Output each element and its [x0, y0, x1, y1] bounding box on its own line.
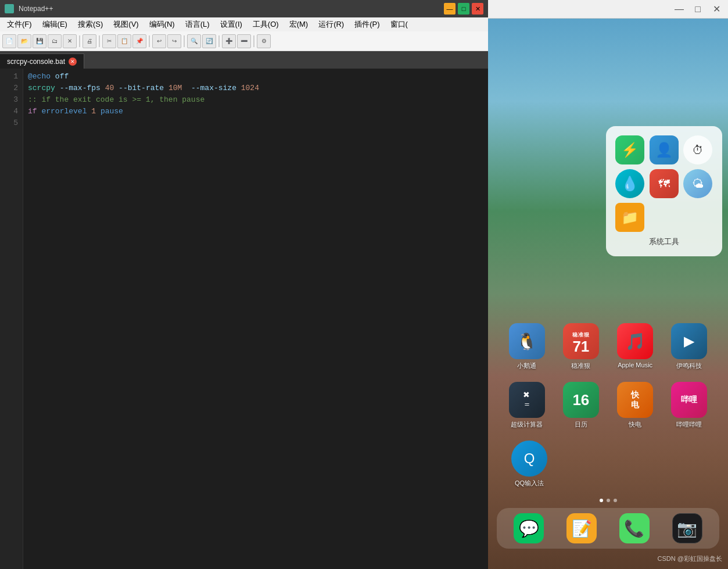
new-button[interactable]: 📄	[2, 34, 16, 48]
line-num-3: 3	[0, 94, 18, 106]
minimize-button[interactable]: —	[444, 3, 456, 15]
menu-plugins[interactable]: 插件(P)	[350, 18, 384, 31]
app-name-calendar-71: 稳准狠	[571, 362, 590, 370]
page-dots	[488, 499, 728, 502]
app-icon-bilibili: 哔哩	[671, 382, 707, 418]
save-all-button[interactable]: 🗂	[48, 34, 62, 48]
app-qq-input[interactable]: Q QQ输入法	[511, 441, 547, 488]
app-icon-qq-input: Q	[511, 441, 547, 477]
separator-5	[218, 35, 220, 47]
find-button[interactable]: 🔍	[187, 34, 201, 48]
phone-close-button[interactable]: ✕	[709, 2, 723, 16]
redo-button[interactable]: ↪	[167, 34, 181, 48]
folder-label: 系统工具	[615, 237, 713, 247]
phone-minimize-button[interactable]: —	[672, 2, 686, 16]
menu-run[interactable]: 运行(R)	[314, 18, 349, 31]
save-button[interactable]: 💾	[33, 34, 46, 48]
menu-file[interactable]: 文件(F)	[2, 18, 37, 31]
app-icon-cal16: 16	[563, 382, 599, 418]
line-num-1: 1	[0, 71, 18, 83]
app-bilibili[interactable]: 哔哩 哔哩哔哩	[671, 382, 707, 429]
menu-macro[interactable]: 宏(M)	[285, 18, 313, 31]
close-tab-button[interactable]: ✕	[63, 34, 77, 48]
app-name-calculator: 超级计算器	[511, 420, 543, 429]
editor-window: Notepad++ — □ ✕ 文件(F) 编辑(E) 搜索(S) 视图(V) …	[0, 0, 488, 569]
title-text: Notepad++	[19, 5, 439, 13]
separator-6	[253, 35, 254, 47]
maximize-button[interactable]: □	[458, 3, 469, 15]
tab-close-button[interactable]: ✕	[69, 58, 77, 66]
copy-button[interactable]: 📋	[117, 34, 131, 48]
line-numbers: 1 2 3 4 5	[0, 69, 23, 569]
watermark: CSDN @彩虹国操盘长	[658, 554, 722, 563]
phone-screen: — □ ✕ 10:31 | 28.5K/s ⏰ 🔔 📶 📡 38% ⚡ 👤	[488, 0, 728, 569]
app-icon-calculator: ✖＝	[509, 382, 545, 418]
find-replace-button[interactable]: 🔄	[202, 34, 216, 48]
undo-button[interactable]: ↩	[152, 34, 166, 48]
title-bar: Notepad++ — □ ✕	[0, 0, 488, 17]
app-folder-popup: ⚡ 👤 ⏱ 💧 🗺 🌤 📁 系统工具	[606, 126, 722, 256]
app-xiaopeng[interactable]: 🐧 小鹅通	[509, 323, 545, 370]
menu-window[interactable]: 窗口(	[386, 18, 413, 31]
app-calendar-71[interactable]: 稳准狠 71 稳准狠	[563, 323, 599, 370]
print-button[interactable]: 🖨	[83, 34, 96, 48]
app-name-kuaidian: 快电	[629, 420, 641, 429]
app-cal16[interactable]: 16 日历	[563, 382, 599, 429]
zoom-in-button[interactable]: ➕	[222, 34, 236, 48]
app-icon-calendar-71: 稳准狠 71	[563, 323, 599, 359]
folder-icon-maps[interactable]: 🗺	[650, 169, 679, 198]
tab-label: scrcpy-console.bat	[7, 58, 65, 66]
separator-3	[149, 35, 150, 47]
page-dot-2	[607, 499, 610, 502]
zoom-out-button[interactable]: ➖	[237, 34, 251, 48]
app-calculator[interactable]: ✖＝ 超级计算器	[509, 382, 545, 429]
phone-content: 10:31 | 28.5K/s ⏰ 🔔 📶 📡 38% ⚡ 👤 ⏱ 💧 🗺 🌤	[488, 19, 728, 569]
folder-icon-drop[interactable]: 💧	[615, 169, 644, 198]
app-icon-apple-music: 🎵	[617, 323, 653, 359]
code-line-3: :: if the exit code is >= 1, then pause	[28, 94, 483, 106]
cut-button[interactable]: ✂	[102, 34, 116, 48]
menu-encoding[interactable]: 编码(N)	[145, 18, 180, 31]
dock-wechat[interactable]: 💬	[514, 513, 544, 543]
line-num-5: 5	[0, 117, 18, 129]
app-name-qq-input: QQ输入法	[515, 479, 544, 488]
phone-dock: 💬 📝 📞 📷	[497, 508, 719, 549]
folder-icon-clock[interactable]: ⏱	[683, 135, 712, 164]
separator-2	[99, 35, 100, 47]
page-dot-1	[600, 499, 603, 502]
dock-notes[interactable]: 📝	[566, 513, 597, 543]
folder-icon-weather[interactable]: 🌤	[683, 169, 712, 198]
app-yiming[interactable]: ▶ 伊鸣科技	[671, 323, 707, 370]
macro-button[interactable]: ⚙	[257, 34, 271, 48]
folder-icon-folder[interactable]: 📁	[615, 203, 644, 232]
separator-1	[79, 35, 80, 47]
tab-bar: scrcpy-console.bat ✕	[0, 51, 488, 69]
menu-view[interactable]: 视图(V)	[109, 18, 143, 31]
close-button[interactable]: ✕	[472, 3, 483, 15]
menu-settings[interactable]: 设置(I)	[216, 18, 247, 31]
app-grid: 🐧 小鹅通 稳准狠 71 稳准狠 🎵 Apple Music ▶ 伊鸣科技	[488, 323, 728, 499]
phone-maximize-button[interactable]: □	[691, 2, 705, 16]
app-name-cal16: 日历	[575, 420, 587, 429]
dock-camera[interactable]: 📷	[672, 513, 702, 543]
phone-window-bar: — □ ✕	[488, 0, 728, 19]
app-icon	[5, 4, 14, 13]
line-num-2: 2	[0, 83, 18, 94]
folder-icon-person[interactable]: 👤	[650, 135, 679, 164]
app-name-xiaopeng: 小鹅通	[517, 362, 536, 370]
folder-icon-shield[interactable]: ⚡	[615, 135, 644, 164]
code-editor[interactable]: @echo off scrcpy --max-fps 40 --bit-rate…	[23, 69, 488, 569]
app-kuaidian[interactable]: 快电 快电	[617, 382, 653, 429]
menu-language[interactable]: 语言(L)	[181, 18, 214, 31]
open-button[interactable]: 📂	[17, 34, 31, 48]
tab-bat-file[interactable]: scrcpy-console.bat ✕	[0, 53, 84, 69]
menu-edit[interactable]: 编辑(E)	[38, 18, 72, 31]
menu-search[interactable]: 搜索(S)	[73, 18, 107, 31]
code-area[interactable]: 1 2 3 4 5 @echo off scrcpy --max-fps 40 …	[0, 69, 488, 569]
paste-button[interactable]: 📌	[132, 34, 146, 48]
line-num-4: 4	[0, 106, 18, 117]
dock-phone[interactable]: 📞	[619, 513, 650, 543]
app-apple-music[interactable]: 🎵 Apple Music	[617, 323, 653, 370]
app-icon-kuaidian: 快电	[617, 382, 653, 418]
menu-tools[interactable]: 工具(O)	[248, 18, 284, 31]
